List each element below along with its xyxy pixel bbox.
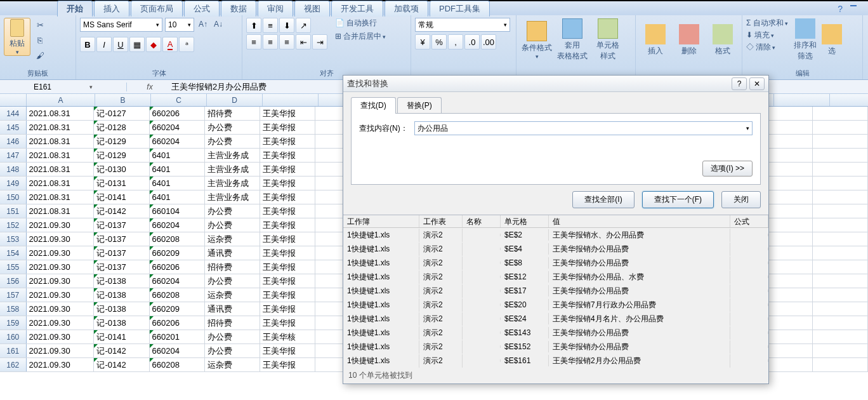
column-header[interactable]: [774, 94, 830, 106]
sort-filter-button[interactable]: 排序和筛选: [791, 18, 820, 62]
column-header[interactable]: C: [151, 94, 207, 106]
cell[interactable]: 660201: [150, 330, 205, 343]
ribbon-tab-4[interactable]: 数据: [221, 1, 256, 17]
cell[interactable]: 记-0141: [94, 330, 149, 343]
cell[interactable]: 6401: [150, 149, 205, 162]
header-formula[interactable]: 公式: [730, 215, 768, 227]
align-center-icon[interactable]: ≡: [263, 34, 278, 50]
cell[interactable]: [813, 218, 868, 232]
ribbon-tab-9[interactable]: PDF工具集: [430, 1, 490, 17]
dialog-help-icon[interactable]: ?: [732, 77, 747, 90]
increase-font-icon[interactable]: A↑: [197, 18, 209, 30]
cell[interactable]: 660104: [150, 204, 205, 218]
cell[interactable]: 2021.08.31: [27, 121, 95, 134]
cell[interactable]: 2021.09.30: [27, 246, 95, 260]
cell[interactable]: 6401: [150, 190, 205, 204]
increase-decimal-icon[interactable]: .0: [464, 34, 480, 50]
cell[interactable]: 2021.08.31: [27, 107, 95, 120]
currency-icon[interactable]: ¥: [415, 34, 430, 50]
cell[interactable]: 办公费: [205, 330, 260, 343]
cell[interactable]: 660204: [150, 218, 205, 232]
align-top-icon[interactable]: ⬆: [246, 18, 261, 33]
cell[interactable]: [813, 288, 868, 302]
select-all-corner[interactable]: [0, 94, 27, 106]
column-header[interactable]: [263, 94, 319, 106]
row-header[interactable]: 146: [0, 135, 27, 148]
bold-button[interactable]: B: [80, 37, 95, 52]
row-header[interactable]: 158: [0, 302, 27, 316]
cell[interactable]: 6401: [150, 163, 205, 176]
cell[interactable]: 王美华报: [260, 149, 315, 162]
cell[interactable]: 2021.08.31: [27, 135, 95, 148]
cell[interactable]: 记-0137: [94, 260, 149, 274]
column-header[interactable]: A: [27, 94, 95, 106]
cell[interactable]: 660206: [150, 107, 205, 120]
autosum-button[interactable]: Σ 自动求和: [746, 18, 788, 29]
decrease-decimal-icon[interactable]: .00: [481, 34, 496, 50]
cell[interactable]: 主营业务成: [205, 177, 260, 190]
increase-indent-icon[interactable]: ⇥: [312, 34, 327, 50]
row-header[interactable]: 145: [0, 121, 27, 134]
align-middle-icon[interactable]: ≡: [263, 18, 278, 33]
find-all-button[interactable]: 查找全部(I): [572, 191, 634, 208]
fill-button[interactable]: ⬇ 填充: [746, 30, 788, 41]
cell[interactable]: 记-0138: [94, 316, 149, 330]
result-row[interactable]: 1快捷键1.xls演示2$E$17王美华报销办公用品费: [343, 284, 768, 298]
cell[interactable]: 2021.08.31: [27, 204, 95, 218]
cell[interactable]: 通讯费: [205, 246, 260, 260]
row-header[interactable]: 149: [0, 177, 27, 190]
row-header[interactable]: 155: [0, 260, 27, 274]
cell[interactable]: 办公费: [205, 135, 260, 148]
cell[interactable]: 2021.09.30: [27, 330, 95, 343]
cell[interactable]: 主营业务成: [205, 149, 260, 162]
cell[interactable]: 660209: [150, 246, 205, 260]
fill-color-button[interactable]: ◆: [146, 37, 161, 52]
cell[interactable]: 招待费: [205, 316, 260, 330]
name-box[interactable]: E161▾: [0, 83, 127, 91]
row-header[interactable]: 161: [0, 344, 27, 357]
cut-icon[interactable]: ✂: [33, 18, 47, 32]
cell-styles-button[interactable]: 单元格样式: [591, 18, 624, 62]
merge-center-button[interactable]: ⊞ 合并后居中: [335, 31, 386, 42]
cell[interactable]: [813, 302, 868, 316]
result-row[interactable]: 1快捷键1.xls演示2$E$12王美华报销办公用品、水费: [343, 270, 768, 284]
row-header[interactable]: 152: [0, 218, 27, 232]
row-header[interactable]: 154: [0, 246, 27, 260]
cell[interactable]: 2021.09.30: [27, 232, 95, 246]
cell[interactable]: 王美华报: [260, 302, 315, 316]
result-row[interactable]: 1快捷键1.xls演示2$E$161王美华报销2月办公用品费: [343, 354, 768, 368]
cell[interactable]: 王美华报: [260, 246, 315, 260]
align-bottom-icon[interactable]: ⬇: [279, 18, 294, 33]
row-header[interactable]: 157: [0, 288, 27, 302]
cell[interactable]: 2021.08.31: [27, 163, 95, 176]
wrap-text-button[interactable]: 📄 自动换行: [335, 18, 386, 29]
cell[interactable]: [813, 358, 868, 371]
cell[interactable]: 2021.09.30: [27, 274, 95, 288]
cell[interactable]: 办公费: [205, 344, 260, 357]
cell[interactable]: 王美华报: [260, 107, 315, 120]
column-header[interactable]: B: [95, 94, 151, 106]
underline-button[interactable]: U: [113, 37, 128, 52]
row-header[interactable]: 156: [0, 274, 27, 288]
cell[interactable]: 2021.09.30: [27, 344, 95, 357]
dialog-close-icon[interactable]: ✕: [749, 77, 765, 90]
cell[interactable]: 记-0137: [94, 218, 149, 232]
cell[interactable]: [813, 177, 868, 190]
conditional-format-button[interactable]: 条件格式▾: [520, 18, 553, 62]
cell[interactable]: [813, 232, 868, 246]
cell[interactable]: [813, 246, 868, 260]
cell[interactable]: 记-0142: [94, 358, 149, 371]
cell[interactable]: 王美华报: [260, 190, 315, 204]
tab-find[interactable]: 查找(D): [351, 97, 396, 114]
cell[interactable]: 660204: [150, 344, 205, 357]
orientation-icon[interactable]: ↗: [296, 18, 311, 33]
row-header[interactable]: 147: [0, 149, 27, 162]
copy-icon[interactable]: ⎘: [33, 33, 47, 47]
cell[interactable]: 记-0138: [94, 288, 149, 302]
row-header[interactable]: 144: [0, 107, 27, 120]
cell[interactable]: 2021.08.31: [27, 190, 95, 204]
cell[interactable]: 王美华报: [260, 316, 315, 330]
column-header[interactable]: D: [207, 94, 263, 106]
cell[interactable]: [813, 204, 868, 218]
cell[interactable]: 记-0130: [94, 163, 149, 176]
